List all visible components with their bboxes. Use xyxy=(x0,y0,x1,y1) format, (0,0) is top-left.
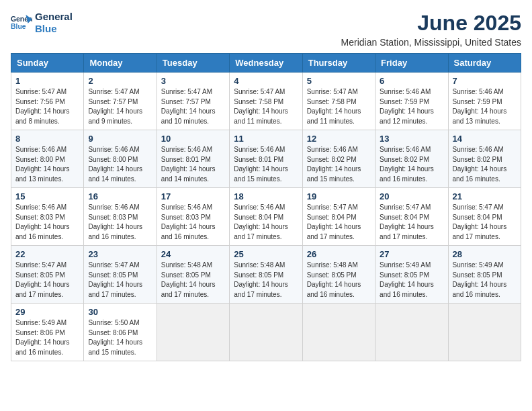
sunset-text: Sunset: 8:05 PM xyxy=(307,271,357,279)
day-number: 21 xyxy=(453,191,517,201)
day-detail: Sunrise: 5:48 AMSunset: 8:05 PMDaylight:… xyxy=(161,261,225,300)
calendar-cell xyxy=(448,304,521,361)
sunset-text: Sunset: 7:57 PM xyxy=(161,98,211,105)
day-detail: Sunrise: 5:47 AMSunset: 8:05 PMDaylight:… xyxy=(88,261,152,300)
daylight-text: Daylight: 14 hours and 17 minutes. xyxy=(453,223,507,240)
weekday-header: Monday xyxy=(84,54,157,73)
day-number: 20 xyxy=(380,191,443,201)
day-detail: Sunrise: 5:50 AMSunset: 8:06 PMDaylight:… xyxy=(88,318,152,357)
calendar-cell: 25Sunrise: 5:48 AMSunset: 8:05 PMDayligh… xyxy=(230,246,302,304)
day-detail: Sunrise: 5:47 AMSunset: 7:57 PMDaylight:… xyxy=(88,87,152,126)
calendar-week-row: 1Sunrise: 5:47 AMSunset: 7:56 PMDaylight… xyxy=(11,73,521,130)
daylight-text: Daylight: 14 hours and 16 minutes. xyxy=(380,165,434,183)
sunrise-text: Sunrise: 5:46 AM xyxy=(88,203,139,211)
day-number: 8 xyxy=(15,134,79,144)
sunset-text: Sunset: 7:58 PM xyxy=(234,98,283,105)
sunrise-text: Sunrise: 5:46 AM xyxy=(15,203,66,211)
day-number: 25 xyxy=(234,249,298,259)
day-number: 14 xyxy=(453,134,517,144)
sunset-text: Sunset: 8:01 PM xyxy=(161,156,211,163)
sunset-text: Sunset: 8:05 PM xyxy=(161,271,211,279)
daylight-text: Daylight: 14 hours and 16 minutes. xyxy=(88,223,142,240)
sunset-text: Sunset: 8:06 PM xyxy=(15,329,65,336)
calendar-cell: 27Sunrise: 5:49 AMSunset: 8:05 PMDayligh… xyxy=(375,246,448,304)
day-number: 5 xyxy=(307,76,371,86)
day-number: 17 xyxy=(161,191,225,201)
logo: General Blue General Blue xyxy=(11,11,73,35)
logo-line1: General xyxy=(35,11,73,23)
daylight-text: Daylight: 14 hours and 15 minutes. xyxy=(234,165,288,183)
daylight-text: Daylight: 14 hours and 16 minutes. xyxy=(380,281,434,298)
daylight-text: Daylight: 14 hours and 17 minutes. xyxy=(380,223,434,240)
calendar-cell: 14Sunrise: 5:46 AMSunset: 8:02 PMDayligh… xyxy=(448,130,521,188)
calendar-cell: 24Sunrise: 5:48 AMSunset: 8:05 PMDayligh… xyxy=(157,246,229,304)
calendar-cell: 3Sunrise: 5:47 AMSunset: 7:57 PMDaylight… xyxy=(157,73,229,130)
daylight-text: Daylight: 14 hours and 16 minutes. xyxy=(453,165,507,183)
calendar-cell: 26Sunrise: 5:48 AMSunset: 8:05 PMDayligh… xyxy=(302,246,375,304)
sunrise-text: Sunrise: 5:46 AM xyxy=(15,146,66,153)
weekday-header: Friday xyxy=(375,54,448,73)
day-detail: Sunrise: 5:48 AMSunset: 8:05 PMDaylight:… xyxy=(307,261,371,300)
calendar-cell: 2Sunrise: 5:47 AMSunset: 7:57 PMDaylight… xyxy=(84,73,157,130)
sunrise-text: Sunrise: 5:49 AM xyxy=(453,261,504,269)
sunset-text: Sunset: 7:59 PM xyxy=(380,98,429,105)
sunset-text: Sunset: 8:05 PM xyxy=(15,271,65,279)
logo-icon: General Blue xyxy=(11,13,32,32)
day-number: 18 xyxy=(234,191,298,201)
sunset-text: Sunset: 7:58 PM xyxy=(307,98,357,105)
main-title: June 2025 xyxy=(341,11,521,36)
day-detail: Sunrise: 5:46 AMSunset: 8:01 PMDaylight:… xyxy=(161,145,225,184)
sunset-text: Sunset: 7:57 PM xyxy=(88,98,138,105)
weekday-header: Thursday xyxy=(302,54,375,73)
sunrise-text: Sunrise: 5:46 AM xyxy=(234,203,285,211)
sunset-text: Sunset: 8:04 PM xyxy=(453,214,502,221)
daylight-text: Daylight: 14 hours and 11 minutes. xyxy=(307,107,361,125)
weekday-header: Saturday xyxy=(448,54,521,73)
daylight-text: Daylight: 14 hours and 10 minutes. xyxy=(161,107,216,125)
weekday-header: Tuesday xyxy=(157,54,229,73)
title-area: June 2025 Meridian Station, Mississippi,… xyxy=(341,11,521,48)
sunrise-text: Sunrise: 5:47 AM xyxy=(380,203,431,211)
calendar-cell: 19Sunrise: 5:47 AMSunset: 8:04 PMDayligh… xyxy=(302,188,375,246)
calendar-body: 1Sunrise: 5:47 AMSunset: 7:56 PMDaylight… xyxy=(11,73,521,361)
day-detail: Sunrise: 5:46 AMSunset: 8:03 PMDaylight:… xyxy=(15,203,79,242)
day-detail: Sunrise: 5:47 AMSunset: 8:04 PMDaylight:… xyxy=(380,203,443,242)
calendar-cell: 12Sunrise: 5:46 AMSunset: 8:02 PMDayligh… xyxy=(302,130,375,188)
sunset-text: Sunset: 8:02 PM xyxy=(307,156,357,163)
calendar-cell xyxy=(375,304,448,361)
day-detail: Sunrise: 5:46 AMSunset: 7:59 PMDaylight:… xyxy=(380,87,443,126)
logo-line2: Blue xyxy=(35,23,73,35)
calendar-cell xyxy=(302,304,375,361)
sunrise-text: Sunrise: 5:47 AM xyxy=(88,88,139,95)
daylight-text: Daylight: 14 hours and 17 minutes. xyxy=(234,281,288,298)
day-detail: Sunrise: 5:46 AMSunset: 8:02 PMDaylight:… xyxy=(380,145,443,184)
calendar-week-row: 22Sunrise: 5:47 AMSunset: 8:05 PMDayligh… xyxy=(11,246,521,304)
day-number: 24 xyxy=(161,249,225,259)
sunrise-text: Sunrise: 5:46 AM xyxy=(307,146,358,153)
sunrise-text: Sunrise: 5:47 AM xyxy=(453,203,504,211)
calendar-cell: 17Sunrise: 5:46 AMSunset: 8:03 PMDayligh… xyxy=(157,188,229,246)
calendar-cell: 28Sunrise: 5:49 AMSunset: 8:05 PMDayligh… xyxy=(448,246,521,304)
day-number: 29 xyxy=(15,307,79,317)
day-detail: Sunrise: 5:49 AMSunset: 8:06 PMDaylight:… xyxy=(15,318,79,357)
calendar-cell: 30Sunrise: 5:50 AMSunset: 8:06 PMDayligh… xyxy=(84,304,157,361)
sunset-text: Sunset: 8:02 PM xyxy=(380,156,429,163)
day-number: 6 xyxy=(380,76,443,86)
calendar-cell: 13Sunrise: 5:46 AMSunset: 8:02 PMDayligh… xyxy=(375,130,448,188)
daylight-text: Daylight: 14 hours and 12 minutes. xyxy=(380,107,434,125)
day-detail: Sunrise: 5:46 AMSunset: 8:03 PMDaylight:… xyxy=(161,203,225,242)
day-number: 3 xyxy=(161,76,225,86)
weekday-header: Wednesday xyxy=(230,54,302,73)
calendar-cell: 4Sunrise: 5:47 AMSunset: 7:58 PMDaylight… xyxy=(230,73,302,130)
calendar-cell: 8Sunrise: 5:46 AMSunset: 8:00 PMDaylight… xyxy=(11,130,84,188)
daylight-text: Daylight: 14 hours and 15 minutes. xyxy=(88,338,142,356)
day-detail: Sunrise: 5:49 AMSunset: 8:05 PMDaylight:… xyxy=(380,261,443,300)
sunset-text: Sunset: 8:05 PM xyxy=(88,271,138,279)
calendar-week-row: 15Sunrise: 5:46 AMSunset: 8:03 PMDayligh… xyxy=(11,188,521,246)
daylight-text: Daylight: 14 hours and 17 minutes. xyxy=(161,281,216,298)
sunrise-text: Sunrise: 5:47 AM xyxy=(307,203,358,211)
sunrise-text: Sunrise: 5:47 AM xyxy=(307,88,358,95)
daylight-text: Daylight: 14 hours and 17 minutes. xyxy=(15,281,70,298)
day-detail: Sunrise: 5:46 AMSunset: 8:03 PMDaylight:… xyxy=(88,203,152,242)
sunset-text: Sunset: 8:03 PM xyxy=(88,214,138,221)
